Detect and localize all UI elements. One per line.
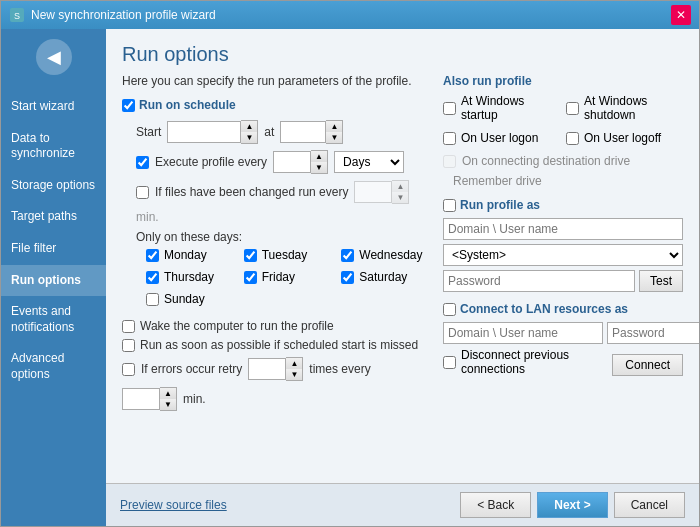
- date-up-button[interactable]: ▲: [241, 121, 257, 132]
- cancel-button[interactable]: Cancel: [614, 492, 685, 518]
- window: S New synchronization profile wizard ✕ ◀…: [0, 0, 700, 527]
- sunday-checkbox[interactable]: [146, 293, 159, 306]
- on-user-logoff-label: On User logoff: [584, 131, 661, 145]
- back-button[interactable]: < Back: [460, 492, 531, 518]
- tuesday-checkbox[interactable]: [244, 249, 257, 262]
- sidebar-item-file-filter[interactable]: File filter: [1, 233, 106, 265]
- connect-lan-checkbox[interactable]: [443, 303, 456, 316]
- test-button[interactable]: Test: [639, 270, 683, 292]
- thursday-checkbox[interactable]: [146, 271, 159, 284]
- changed-down-button[interactable]: ▼: [392, 192, 408, 203]
- miss-checkbox[interactable]: [122, 339, 135, 352]
- retry-down-button[interactable]: ▼: [286, 369, 302, 380]
- day-thursday: Thursday: [146, 270, 234, 284]
- preview-source-files-link[interactable]: Preview source files: [120, 498, 227, 512]
- retry-interval-down-button[interactable]: ▼: [160, 399, 176, 410]
- back-nav-button[interactable]: ◀: [36, 39, 72, 75]
- run-profile-as-label: Run profile as: [460, 198, 540, 212]
- date-spin-group: 02.10.2014 ▲ ▼: [167, 120, 258, 144]
- disconnect-row: Disconnect previous connections Connect: [443, 348, 683, 381]
- content-area: Run options Here you can specify the run…: [106, 29, 699, 526]
- disconnect-checkbox[interactable]: [443, 356, 456, 369]
- day-friday: Friday: [244, 270, 332, 284]
- time-input[interactable]: 23:00: [280, 121, 326, 143]
- run-profile-domain-input[interactable]: [443, 218, 683, 240]
- wednesday-checkbox[interactable]: [341, 249, 354, 262]
- sidebar-item-target-paths[interactable]: Target paths: [1, 201, 106, 233]
- at-windows-startup-label: At Windows startup: [461, 94, 560, 122]
- disconnect-checkbox-row: Disconnect previous connections: [443, 348, 612, 376]
- connecting-label: On connecting destination drive: [462, 154, 630, 168]
- miss-label: Run as soon as possible if scheduled sta…: [140, 338, 418, 352]
- connect-lan-label: Connect to LAN resources as: [460, 302, 628, 316]
- retry-checkbox[interactable]: [122, 363, 135, 376]
- retry-interval-spin-buttons: ▲ ▼: [160, 387, 177, 411]
- run-profile-password-input[interactable]: [443, 270, 635, 292]
- page-title: Run options: [106, 29, 699, 74]
- retry-num-input[interactable]: 5: [248, 358, 286, 380]
- close-button[interactable]: ✕: [671, 5, 691, 25]
- at-windows-shutdown-row: At Windows shutdown: [566, 94, 683, 122]
- execute-num-down-button[interactable]: ▼: [311, 162, 327, 173]
- next-button[interactable]: Next >: [537, 492, 607, 518]
- wednesday-label: Wednesday: [359, 248, 422, 262]
- sidebar-item-run-options[interactable]: Run options: [1, 265, 106, 297]
- sidebar-item-advanced-options[interactable]: Advanced options: [1, 343, 106, 390]
- footer-buttons: < Back Next > Cancel: [460, 492, 685, 518]
- at-windows-startup-row: At Windows startup: [443, 94, 560, 122]
- sidebar-item-events-notifications[interactable]: Events and notifications: [1, 296, 106, 343]
- retry-interval-input[interactable]: 5: [122, 388, 160, 410]
- friday-checkbox[interactable]: [244, 271, 257, 284]
- on-user-logoff-checkbox[interactable]: [566, 132, 579, 145]
- changed-num-input[interactable]: 1: [354, 181, 392, 203]
- connect-section: Connect to LAN resources as Disconnect p…: [443, 302, 683, 381]
- time-down-button[interactable]: ▼: [326, 132, 342, 143]
- execute-every-checkbox[interactable]: [136, 156, 149, 169]
- connect-button[interactable]: Connect: [612, 354, 683, 376]
- at-windows-shutdown-label: At Windows shutdown: [584, 94, 683, 122]
- schedule-fields: Start 02.10.2014 ▲ ▼ at 23:00: [136, 120, 429, 311]
- saturday-label: Saturday: [359, 270, 407, 284]
- on-user-logon-checkbox[interactable]: [443, 132, 456, 145]
- retry-label: If errors occur retry: [141, 362, 242, 376]
- run-on-schedule-checkbox[interactable]: [122, 99, 135, 112]
- sidebar-item-data-to-sync[interactable]: Data to synchronize: [1, 123, 106, 170]
- run-profile-as-checkbox[interactable]: [443, 199, 456, 212]
- date-input[interactable]: 02.10.2014: [167, 121, 241, 143]
- saturday-checkbox[interactable]: [341, 271, 354, 284]
- at-windows-startup-checkbox[interactable]: [443, 102, 456, 115]
- right-panel: Also run profile At Windows startup At W…: [443, 74, 683, 475]
- connect-domain-input[interactable]: [443, 322, 603, 344]
- app-icon: S: [9, 7, 25, 23]
- remember-label: Remember drive: [453, 174, 542, 188]
- connect-password-input[interactable]: [607, 322, 699, 344]
- wake-checkbox[interactable]: [122, 320, 135, 333]
- start-row: Start 02.10.2014 ▲ ▼ at 23:00: [136, 120, 429, 144]
- execute-num-input[interactable]: 1: [273, 151, 311, 173]
- at-windows-shutdown-checkbox[interactable]: [566, 102, 579, 115]
- sidebar-item-storage-options[interactable]: Storage options: [1, 170, 106, 202]
- execute-unit-select[interactable]: Minutes Hours Days Weeks: [334, 151, 404, 173]
- retry-up-button[interactable]: ▲: [286, 358, 302, 369]
- start-label: Start: [136, 125, 161, 139]
- connecting-checkbox[interactable]: [443, 155, 456, 168]
- connect-inputs: [443, 322, 683, 344]
- monday-checkbox[interactable]: [146, 249, 159, 262]
- also-run-grid: At Windows startup At Windows shutdown O…: [443, 94, 683, 150]
- changed-up-button[interactable]: ▲: [392, 181, 408, 192]
- retry-num-group: 5 ▲ ▼: [248, 357, 303, 381]
- titlebar: S New synchronization profile wizard ✕: [1, 1, 699, 29]
- run-profile-system-select[interactable]: <System>: [443, 244, 683, 266]
- execute-num-up-button[interactable]: ▲: [311, 151, 327, 162]
- svg-text:S: S: [14, 11, 20, 21]
- changed-num-group: 1 ▲ ▼: [354, 180, 409, 204]
- date-down-button[interactable]: ▼: [241, 132, 257, 143]
- run-profile-password-row: Test: [443, 270, 683, 292]
- tuesday-label: Tuesday: [262, 248, 308, 262]
- also-run-title: Also run profile: [443, 74, 683, 88]
- retry-interval-up-button[interactable]: ▲: [160, 388, 176, 399]
- connect-title: Connect to LAN resources as: [443, 302, 683, 316]
- changed-checkbox[interactable]: [136, 186, 149, 199]
- sidebar-item-start-wizard[interactable]: Start wizard: [1, 91, 106, 123]
- time-up-button[interactable]: ▲: [326, 121, 342, 132]
